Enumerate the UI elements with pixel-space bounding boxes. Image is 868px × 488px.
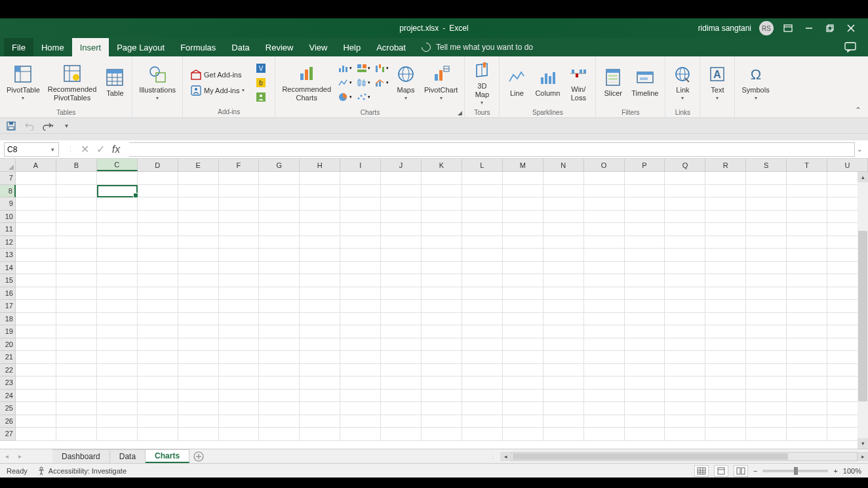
cell-Q13[interactable]: [665, 249, 705, 262]
cell-S7[interactable]: [746, 172, 787, 185]
cell-F24[interactable]: [219, 390, 260, 403]
cell-T17[interactable]: [787, 300, 827, 313]
row-header-21[interactable]: 21: [0, 351, 16, 364]
cell-K23[interactable]: [422, 376, 462, 390]
cell-N24[interactable]: [543, 390, 584, 403]
tab-data[interactable]: Data: [224, 38, 257, 56]
cell-E13[interactable]: [178, 249, 219, 262]
cell-O13[interactable]: [584, 249, 625, 262]
cell-P19[interactable]: [625, 325, 665, 338]
cell-N20[interactable]: [543, 338, 584, 352]
column-header-S[interactable]: S: [746, 159, 787, 171]
cell-M21[interactable]: [503, 351, 543, 364]
cell-D16[interactable]: [138, 287, 178, 300]
scroll-left-icon[interactable]: ◂: [500, 452, 511, 461]
cell-P20[interactable]: [625, 338, 665, 352]
waterfall-chart-icon[interactable]: ▾: [373, 62, 390, 75]
cell-B14[interactable]: [56, 262, 97, 275]
cell-S25[interactable]: [746, 402, 787, 415]
cell-I10[interactable]: [340, 211, 381, 224]
cell-J23[interactable]: [381, 376, 422, 390]
column-header-J[interactable]: J: [381, 159, 422, 171]
cell-E12[interactable]: [178, 236, 219, 249]
cell-P8[interactable]: [625, 185, 665, 198]
cell-R22[interactable]: [705, 364, 746, 377]
cell-T24[interactable]: [787, 390, 827, 403]
cell-C14[interactable]: [97, 262, 138, 275]
cell-N8[interactable]: [543, 185, 584, 198]
cell-D7[interactable]: [138, 172, 178, 185]
cell-F23[interactable]: [219, 376, 260, 390]
cell-N16[interactable]: [543, 287, 584, 300]
cell-F17[interactable]: [219, 300, 260, 313]
cell-G21[interactable]: [259, 351, 300, 364]
cell-M7[interactable]: [503, 172, 543, 185]
column-header-O[interactable]: O: [584, 159, 625, 171]
cell-R8[interactable]: [705, 185, 746, 198]
column-header-C[interactable]: C: [97, 159, 138, 171]
cell-J20[interactable]: [381, 338, 422, 352]
cell-G22[interactable]: [259, 364, 300, 377]
cell-K11[interactable]: [422, 223, 462, 236]
cell-F9[interactable]: [219, 197, 260, 211]
cell-S9[interactable]: [746, 197, 787, 211]
cell-I20[interactable]: [340, 338, 381, 352]
cell-C16[interactable]: [97, 287, 138, 300]
3d-map-button[interactable]: 3D Map▾: [467, 58, 496, 108]
cell-T21[interactable]: [787, 351, 827, 364]
scroll-down-icon[interactable]: ▾: [858, 438, 868, 449]
cell-L24[interactable]: [462, 390, 503, 403]
cell-A12[interactable]: [16, 236, 56, 249]
cell-B13[interactable]: [56, 249, 97, 262]
symbols-button[interactable]: Ω Symbols▾: [738, 58, 773, 108]
row-header-22[interactable]: 22: [0, 364, 16, 377]
cell-D23[interactable]: [138, 376, 178, 390]
cell-L11[interactable]: [462, 223, 503, 236]
cell-P12[interactable]: [625, 236, 665, 249]
cell-P15[interactable]: [625, 274, 665, 287]
cell-E22[interactable]: [178, 364, 219, 377]
cell-E26[interactable]: [178, 415, 219, 428]
cell-S8[interactable]: [746, 185, 787, 198]
row-header-17[interactable]: 17: [0, 300, 16, 313]
cell-A14[interactable]: [16, 262, 56, 275]
cell-D13[interactable]: [138, 249, 178, 262]
cell-E8[interactable]: [178, 185, 219, 198]
cell-J27[interactable]: [381, 428, 422, 441]
column-header-D[interactable]: D: [138, 159, 178, 171]
cell-I27[interactable]: [340, 428, 381, 441]
cell-T10[interactable]: [787, 211, 827, 224]
pivotchart-button[interactable]: PivotChart▾: [420, 58, 462, 108]
row-header-19[interactable]: 19: [0, 325, 16, 338]
page-layout-view-icon[interactable]: [714, 465, 728, 477]
cell-A17[interactable]: [16, 300, 56, 313]
statistic-chart-icon[interactable]: ▾: [355, 76, 372, 89]
cell-C12[interactable]: [97, 236, 138, 249]
cell-E16[interactable]: [178, 287, 219, 300]
cell-K22[interactable]: [422, 364, 462, 377]
cell-I23[interactable]: [340, 376, 381, 390]
cell-M17[interactable]: [503, 300, 543, 313]
cell-M8[interactable]: [503, 185, 543, 198]
cell-B26[interactable]: [56, 415, 97, 428]
cell-S11[interactable]: [746, 223, 787, 236]
formula-input[interactable]: [129, 142, 855, 157]
cell-S24[interactable]: [746, 390, 787, 403]
cell-T27[interactable]: [787, 428, 827, 441]
cell-G10[interactable]: [259, 211, 300, 224]
cell-R15[interactable]: [705, 274, 746, 287]
cell-K15[interactable]: [422, 274, 462, 287]
row-header-27[interactable]: 27: [0, 428, 16, 441]
cell-M14[interactable]: [503, 262, 543, 275]
cell-H20[interactable]: [300, 338, 340, 352]
cell-I13[interactable]: [340, 249, 381, 262]
cell-N18[interactable]: [543, 313, 584, 326]
cell-B24[interactable]: [56, 390, 97, 403]
cell-I16[interactable]: [340, 287, 381, 300]
cell-O23[interactable]: [584, 376, 625, 390]
cell-H26[interactable]: [300, 415, 340, 428]
cell-R27[interactable]: [705, 428, 746, 441]
cell-K8[interactable]: [422, 185, 462, 198]
cell-O11[interactable]: [584, 223, 625, 236]
cell-J8[interactable]: [381, 185, 422, 198]
